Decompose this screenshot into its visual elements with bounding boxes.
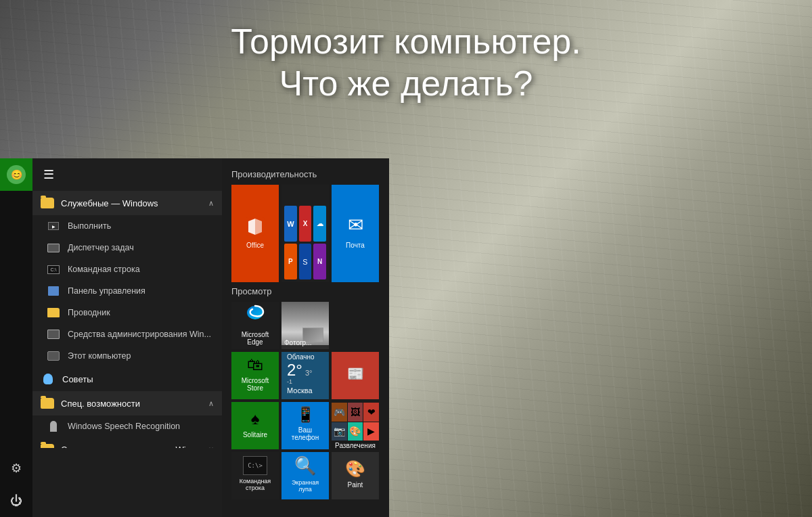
tiles-row-4: ♠ Solitaire 📱 Ваш телефон 🎮 🖼 ❤ 📷 🎨 (231, 402, 380, 449)
explorer-icon (46, 307, 61, 318)
magnifier-icon: 🔍 (294, 455, 316, 476)
tile-office-label: Office (246, 242, 264, 249)
folder-special-features-win[interactable]: Специальные возможности Win... ∨ (32, 437, 222, 448)
excel-icon: X (299, 206, 312, 242)
phone-icon: 📱 (296, 406, 315, 424)
office-logo-svg (243, 215, 267, 239)
item-task-manager[interactable]: Диспетчер задач (32, 237, 222, 258)
tile-cmd[interactable]: C:\> Командная строка (231, 452, 279, 499)
ent-cell-4: 📷 (332, 422, 347, 441)
folder-label: Служебные — Windows (61, 198, 158, 208)
tile-phone-label: Ваш телефон (286, 426, 325, 441)
power-icon-btn[interactable]: ⏻ (0, 485, 32, 517)
item-tips[interactable]: Советы (32, 367, 222, 391)
tile-entertainment[interactable]: 🎮 🖼 ❤ 📷 🎨 ▶ Развлечения (332, 402, 379, 449)
tile-office-content: Office (231, 185, 279, 278)
tile-photos[interactable]: Фотогр... (281, 302, 329, 349)
chevron-up-icon-2: ∧ (208, 399, 214, 408)
user-avatar[interactable]: 😊 (0, 158, 32, 191)
onenote-icon: N (313, 244, 326, 279)
tile-paint[interactable]: 🎨 Paint (332, 452, 379, 499)
control-panel-icon (46, 286, 61, 296)
folder-system-windows[interactable]: Служебные — Windows ∧ (32, 191, 222, 215)
tile-cmd-label: Командная строка (235, 478, 275, 491)
app-list-panel: ☰ Служебные — Windows ∧ ▶ Выполнить Дисп… (32, 158, 222, 517)
section-browse: Просмотр (231, 286, 380, 296)
weather-temps: 2° 3° (287, 362, 312, 378)
app-list-scroll[interactable]: Служебные — Windows ∧ ▶ Выполнить Диспет… (32, 191, 222, 448)
paint-icon: 🎨 (345, 459, 365, 478)
tile-magnifier[interactable]: 🔍 Экранная лупа (281, 452, 329, 499)
tile-edge-content: Microsoft Edge (231, 302, 279, 345)
settings-icon-btn[interactable]: ⚙ (0, 452, 32, 485)
tile-solitaire[interactable]: ♠ Solitaire (231, 402, 279, 449)
tiles-row-3: 🛍 Microsoft Store Облачно 2° 3° -1 Москв… (231, 352, 380, 399)
edge-icon (245, 302, 265, 327)
tile-store-content: 🛍 Microsoft Store (231, 352, 279, 395)
tile-cmd-content: C:\> Командная строка (231, 452, 279, 495)
skype-icon: S (299, 244, 312, 279)
hamburger-button[interactable]: ☰ (32, 158, 65, 191)
tile-edge[interactable]: Microsoft Edge (231, 302, 279, 349)
weather-high: 3° (305, 369, 313, 377)
section-productivity: Производительность (231, 169, 380, 179)
tile-weather[interactable]: Облачно 2° 3° -1 Москва (281, 352, 329, 399)
news-icon: 📰 (347, 365, 364, 382)
ent-cell-1: 🎮 (332, 403, 347, 422)
folder-accessibility[interactable]: Спец. возможности ∧ (32, 391, 222, 415)
tile-mail-content: ✉ Почта (332, 185, 379, 278)
tile-paint-content: 🎨 Paint (332, 452, 379, 495)
task-manager-icon (46, 242, 61, 253)
tiles-row-2: Microsoft Edge Фотогр... (231, 302, 380, 349)
tiles-row-5: C:\> Командная строка 🔍 Экранная лупа 🎨 … (231, 452, 380, 499)
store-icon: 🛍 (247, 355, 263, 374)
tiles-panel: Производительность Office W (222, 158, 389, 517)
folder-icon (41, 198, 54, 208)
tile-mail[interactable]: ✉ Почта (332, 185, 379, 282)
item-run[interactable]: ▶ Выполнить (32, 215, 222, 237)
start-menu: 😊 ⚙ ⏻ ☰ Служебные — Windows ∧ ▶ Выполнит… (0, 158, 389, 517)
mic-icon (46, 421, 61, 432)
solitaire-icon: ♠ (251, 409, 260, 428)
tips-icon (41, 374, 55, 384)
entertainment-grid: 🎮 🖼 ❤ 📷 🎨 ▶ (332, 403, 379, 441)
item-cmd[interactable]: C:\ Командная строка (32, 258, 222, 280)
item-explorer[interactable]: Проводник (32, 302, 222, 323)
item-speech-recognition[interactable]: Windows Speech Recognition (32, 415, 222, 437)
tiles-row-1: Office W X ☁ P S N ✉ Почта (231, 185, 380, 282)
weather-low: -1 (287, 378, 292, 385)
this-pc-icon (46, 351, 61, 361)
tile-magnifier-content: 🔍 Экранная лупа (281, 452, 329, 495)
tile-store-label: Microsoft Store (235, 377, 275, 392)
ent-cell-6: ▶ (363, 422, 379, 441)
folder-accessibility-label: Спец. возможности (61, 399, 140, 409)
word-icon: W (284, 206, 297, 242)
item-this-pc[interactable]: Этот компьютер (32, 345, 222, 367)
item-control-panel[interactable]: Панель управления (32, 280, 222, 302)
tile-solitaire-label: Solitaire (243, 431, 267, 439)
run-icon: ▶ (46, 221, 61, 231)
weather-condition: Облачно (287, 353, 315, 361)
ent-cell-2: 🖼 (348, 403, 363, 422)
tile-office-apps[interactable]: W X ☁ P S N (281, 185, 329, 282)
tile-edge-label: Microsoft Edge (235, 331, 275, 346)
edge-logo-svg (245, 302, 265, 322)
tile-weather-content: Облачно 2° 3° -1 Москва (281, 352, 329, 395)
folder-icon-2 (41, 398, 54, 409)
tile-solitaire-content: ♠ Solitaire (231, 402, 279, 445)
chevron-down-icon: ∨ (208, 445, 214, 449)
weather-temp: 2° (287, 362, 302, 378)
item-admin-tools[interactable]: Средства администрирования Win... (32, 323, 222, 345)
tile-mail-label: Почта (346, 242, 365, 249)
tile-store[interactable]: 🛍 Microsoft Store (231, 352, 279, 399)
tile-phone[interactable]: 📱 Ваш телефон (281, 402, 329, 449)
tile-news-content: 📰 (332, 352, 379, 395)
weather-city: Москва (287, 386, 313, 395)
admin-tools-icon (46, 329, 61, 340)
cmd-icon: C:\ (46, 264, 61, 275)
tile-news[interactable]: 📰 (332, 352, 379, 399)
ent-cell-5: 🎨 (348, 422, 363, 441)
photos-label-container: Фотогр... (284, 336, 312, 346)
tile-office[interactable]: Office (231, 185, 279, 282)
tile-entertainment-label: Развлечения (335, 442, 376, 449)
